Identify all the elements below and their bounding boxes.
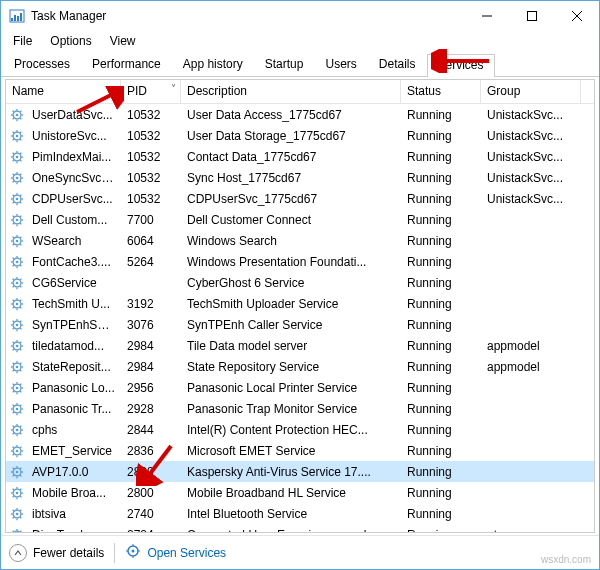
svg-line-218 xyxy=(20,530,21,531)
service-rows[interactable]: UserDataSvc...10532User Data Access_1775… xyxy=(6,104,594,532)
column-header-group[interactable]: Group xyxy=(481,80,581,103)
service-row[interactable]: WSearch6064Windows SearchRunning xyxy=(6,230,594,251)
service-row[interactable]: tiledatamod...2984Tile Data model server… xyxy=(6,335,594,356)
service-row[interactable]: StateReposit...2984State Repository Serv… xyxy=(6,356,594,377)
service-row[interactable]: UnistoreSvc...10532User Data Storage_177… xyxy=(6,125,594,146)
svg-line-108 xyxy=(20,299,21,300)
cell-description: Panasonic Trap Monitor Service xyxy=(181,402,401,416)
cell-status: Running xyxy=(401,486,481,500)
cell-pid: 7700 xyxy=(121,213,181,227)
service-row[interactable]: CG6ServiceCyberGhost 6 ServiceRunning xyxy=(6,272,594,293)
cell-description: Intel Bluetooth Service xyxy=(181,507,401,521)
fewer-details-button[interactable]: Fewer details xyxy=(33,546,104,560)
svg-point-100 xyxy=(16,302,19,305)
svg-line-148 xyxy=(20,383,21,384)
svg-line-17 xyxy=(13,118,14,119)
cell-status: Running xyxy=(401,129,481,143)
svg-line-105 xyxy=(13,299,14,300)
service-row[interactable]: Mobile Broa...2800Mobile Broadband HL Se… xyxy=(6,482,594,503)
cell-description: CDPUserSvc_1775cd67 xyxy=(181,192,401,206)
cell-status: Running xyxy=(401,318,481,332)
service-row[interactable]: cphs2844Intel(R) Content Protection HEC.… xyxy=(6,419,594,440)
service-row[interactable]: OneSyncSvc_...10532Sync Host_1775cd67Run… xyxy=(6,167,594,188)
svg-line-127 xyxy=(13,349,14,350)
svg-line-28 xyxy=(20,131,21,132)
service-row[interactable]: SynTPEnhSer...3076SynTPEnh Caller Servic… xyxy=(6,314,594,335)
service-row[interactable]: ibtsiva2740Intel Bluetooth ServiceRunnin… xyxy=(6,503,594,524)
service-row[interactable]: DiagTrack2724Connected User Experiences … xyxy=(6,524,594,532)
svg-line-78 xyxy=(20,236,21,237)
svg-line-38 xyxy=(20,152,21,153)
svg-line-177 xyxy=(13,454,14,455)
cell-status: Running xyxy=(401,507,481,521)
gear-icon xyxy=(10,444,24,458)
svg-line-56 xyxy=(20,202,21,203)
service-row[interactable]: PimIndexMai...10532Contact Data_1775cd67… xyxy=(6,146,594,167)
svg-point-170 xyxy=(16,449,19,452)
close-button[interactable] xyxy=(554,1,599,31)
menu-options[interactable]: Options xyxy=(42,32,99,50)
service-row[interactable]: Panasonic Tr...2928Panasonic Trap Monito… xyxy=(6,398,594,419)
service-row[interactable]: TechSmith U...3192TechSmith Uploader Ser… xyxy=(6,293,594,314)
tab-services[interactable]: Services xyxy=(427,54,495,77)
menu-file[interactable]: File xyxy=(5,32,40,50)
svg-line-86 xyxy=(20,265,21,266)
service-row[interactable]: Panasonic Lo...2956Panasonic Local Print… xyxy=(6,377,594,398)
svg-line-186 xyxy=(20,475,21,476)
tab-users[interactable]: Users xyxy=(314,53,367,76)
cell-group: UnistackSvc... xyxy=(481,192,571,206)
cell-description: Intel(R) Content Protection HEC... xyxy=(181,423,401,437)
svg-line-187 xyxy=(13,475,14,476)
svg-line-115 xyxy=(13,320,14,321)
svg-line-15 xyxy=(13,110,14,111)
svg-point-120 xyxy=(16,344,19,347)
cell-pid: 2928 xyxy=(121,402,181,416)
svg-line-138 xyxy=(20,362,21,363)
cell-description: Tile Data model server xyxy=(181,339,401,353)
svg-line-58 xyxy=(20,194,21,195)
svg-line-85 xyxy=(13,257,14,258)
service-row[interactable]: CDPUserSvc...10532CDPUserSvc_1775cd67Run… xyxy=(6,188,594,209)
service-row[interactable]: UserDataSvc...10532User Data Access_1775… xyxy=(6,104,594,125)
svg-line-185 xyxy=(13,467,14,468)
svg-point-220 xyxy=(132,550,135,553)
cell-group: utcsvc xyxy=(481,528,571,533)
service-row[interactable]: FontCache3....5264Windows Presentation F… xyxy=(6,251,594,272)
cell-pid: 10532 xyxy=(121,171,181,185)
svg-rect-1 xyxy=(11,18,13,21)
column-header-name[interactable]: Name xyxy=(6,80,121,103)
menu-view[interactable]: View xyxy=(102,32,144,50)
svg-line-57 xyxy=(13,202,14,203)
svg-line-166 xyxy=(20,433,21,434)
tab-performance[interactable]: Performance xyxy=(81,53,172,76)
maximize-button[interactable] xyxy=(509,1,554,31)
minimize-button[interactable] xyxy=(464,1,509,31)
service-row[interactable]: EMET_Service2836Microsoft EMET ServiceRu… xyxy=(6,440,594,461)
svg-point-30 xyxy=(16,155,19,158)
cell-pid: 5264 xyxy=(121,255,181,269)
tab-processes[interactable]: Processes xyxy=(3,53,81,76)
tab-startup[interactable]: Startup xyxy=(254,53,315,76)
gear-icon xyxy=(10,402,24,416)
tab-app-history[interactable]: App history xyxy=(172,53,254,76)
cell-description: Contact Data_1775cd67 xyxy=(181,150,401,164)
cell-status: Running xyxy=(401,381,481,395)
tab-details[interactable]: Details xyxy=(368,53,427,76)
cell-name: tiledatamod... xyxy=(26,339,121,353)
column-header-description[interactable]: Description xyxy=(181,80,401,103)
cell-group: UnistackSvc... xyxy=(481,129,571,143)
svg-line-66 xyxy=(20,223,21,224)
column-header-pid[interactable]: PID xyxy=(121,80,181,103)
cell-status: Running xyxy=(401,276,481,290)
svg-line-196 xyxy=(20,496,21,497)
svg-line-158 xyxy=(20,404,21,405)
cell-name: SynTPEnhSer... xyxy=(26,318,121,332)
footer-divider xyxy=(114,543,115,563)
svg-line-48 xyxy=(20,173,21,174)
column-header-status[interactable]: Status xyxy=(401,80,481,103)
open-services-link[interactable]: Open Services xyxy=(147,546,226,560)
cell-pid: 10532 xyxy=(121,129,181,143)
chevron-up-icon[interactable] xyxy=(9,544,27,562)
service-row[interactable]: Dell Custom...7700Dell Customer ConnectR… xyxy=(6,209,594,230)
service-row[interactable]: AVP17.0.02820Kaspersky Anti-Virus Servic… xyxy=(6,461,594,482)
